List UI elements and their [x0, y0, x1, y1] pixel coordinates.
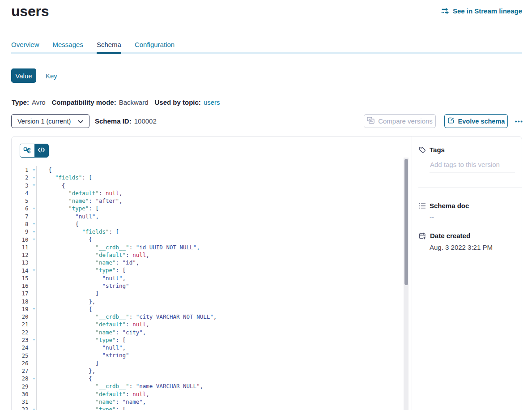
line-number: 16 — [12, 282, 29, 289]
code-text: "name": "city", — [48, 329, 146, 336]
code-line: 15 "null", — [12, 274, 401, 282]
line-number: 8 — [12, 221, 29, 227]
list-icon — [419, 202, 426, 209]
tree-view-button[interactable] — [20, 144, 34, 157]
code-line: 19 { — [12, 305, 401, 313]
more-options-button[interactable] — [513, 115, 524, 125]
code-text: "default": null, — [48, 320, 149, 328]
fold-arrow-icon[interactable] — [33, 220, 36, 228]
version-dropdown[interactable]: Version 1 (current) — [11, 114, 89, 128]
code-text: ] — [48, 359, 99, 367]
tab-messages[interactable]: Messages — [53, 40, 83, 54]
line-number: 22 — [12, 329, 29, 336]
stream-lineage-icon — [441, 7, 450, 15]
evolve-schema-icon — [447, 117, 455, 125]
fold-spacer — [33, 390, 36, 398]
code-scrollbar[interactable] — [404, 158, 409, 410]
code-text: "null", — [48, 274, 126, 282]
code-scrollbar-thumb[interactable] — [404, 159, 408, 285]
tab-bar: Overview Messages Schema Configuration — [11, 40, 174, 54]
line-number: 15 — [12, 275, 29, 282]
code-line: 18 }, — [12, 298, 401, 305]
schema-doc-title: Schema doc — [430, 202, 469, 210]
fold-spacer — [33, 344, 36, 351]
ellipsis-icon — [515, 117, 523, 124]
compare-versions-button[interactable]: Compare versions — [364, 114, 436, 128]
tab-overview[interactable]: Overview — [11, 40, 39, 54]
code-line: 21 "default": null, — [12, 320, 401, 328]
compare-versions-label: Compare versions — [378, 117, 433, 125]
fold-arrow-icon[interactable] — [33, 166, 36, 174]
line-number: 3 — [12, 182, 29, 189]
schema-doc-value: -- — [430, 213, 434, 221]
line-number: 19 — [12, 306, 29, 312]
schema-page: users See in Stream lineage Overview Mes… — [0, 0, 532, 410]
fold-arrow-icon[interactable] — [33, 228, 36, 235]
code-line: 28 { — [12, 375, 401, 382]
line-number: 27 — [12, 367, 29, 374]
code-text: "__crdb__": "city VARCHAR NOT NULL", — [48, 313, 217, 320]
line-number: 7 — [12, 213, 29, 220]
code-text: "name": "name", — [48, 398, 146, 406]
code-view-icon — [38, 147, 45, 154]
code-line: 11 "__crdb__": "id UUID NOT NULL", — [12, 243, 401, 251]
fold-spacer — [33, 189, 36, 197]
line-number: 30 — [12, 391, 29, 397]
code-text: }, — [48, 367, 95, 375]
line-number: 28 — [12, 375, 29, 382]
fold-spacer — [33, 243, 36, 251]
line-number: 29 — [12, 383, 29, 390]
line-number: 6 — [12, 205, 29, 212]
fold-spacer — [33, 367, 36, 375]
code-text: "__crdb__": "name VARCHAR NULL", — [48, 382, 203, 390]
code-line: 32 "type": [ — [12, 406, 401, 410]
code-text: }, — [48, 298, 95, 305]
see-in-stream-lineage-link[interactable]: See in Stream lineage — [441, 7, 522, 15]
sidebar-divider — [418, 188, 522, 188]
topic-users-link[interactable]: users — [204, 98, 220, 107]
value-segment-button[interactable]: Value — [11, 68, 36, 83]
tags-input-wrap — [430, 159, 515, 172]
fold-arrow-icon[interactable] — [33, 205, 36, 212]
schema-id: Schema ID: 100002 — [95, 117, 157, 125]
line-number: 13 — [12, 259, 29, 266]
line-number: 14 — [12, 267, 29, 274]
date-created-title: Date created — [430, 232, 470, 240]
fold-arrow-icon[interactable] — [33, 174, 36, 181]
fold-arrow-icon[interactable] — [33, 266, 36, 274]
schema-json-code[interactable]: 1{2 "fields": [3 {4 "default": null,5 "n… — [12, 166, 401, 410]
meta-compatibility-mode: Compatibility mode: Backward — [51, 98, 148, 107]
fold-spacer — [33, 351, 36, 359]
code-line: 31 "name": "name", — [12, 398, 401, 406]
code-line: 24 "null", — [12, 344, 401, 351]
tab-schema[interactable]: Schema — [97, 40, 121, 54]
line-number: 4 — [12, 190, 29, 196]
fold-arrow-icon[interactable] — [33, 406, 36, 410]
chevron-down-icon — [78, 117, 83, 125]
code-view-button[interactable] — [34, 144, 49, 157]
calendar-plus-icon — [419, 232, 426, 240]
code-line: 20 "__crdb__": "city VARCHAR NOT NULL", — [12, 313, 401, 320]
line-number: 5 — [12, 197, 29, 204]
tab-configuration[interactable]: Configuration — [135, 40, 174, 54]
schema-meta-row: Type: Avro Compatibility mode: Backward … — [12, 98, 220, 107]
fold-arrow-icon[interactable] — [33, 375, 36, 382]
line-number: 26 — [12, 360, 29, 367]
add-tags-input[interactable] — [430, 159, 515, 172]
line-number: 10 — [12, 236, 29, 243]
fold-spacer — [33, 213, 36, 220]
code-line: 25 "string" — [12, 351, 401, 359]
fold-spacer — [33, 320, 36, 328]
fold-arrow-icon[interactable] — [33, 336, 36, 344]
fold-spacer — [33, 359, 36, 367]
fold-arrow-icon[interactable] — [33, 182, 36, 189]
tag-icon — [419, 146, 426, 154]
code-text: "type": [ — [48, 205, 99, 212]
date-created-value: Aug. 3 2022 3:21 PM — [430, 243, 493, 252]
fold-arrow-icon[interactable] — [33, 235, 36, 243]
key-segment-button[interactable]: Key — [41, 68, 62, 83]
panel-divider — [412, 137, 412, 410]
fold-arrow-icon[interactable] — [33, 305, 36, 313]
line-number: 31 — [12, 398, 29, 405]
evolve-schema-button[interactable]: Evolve schema — [444, 114, 508, 128]
